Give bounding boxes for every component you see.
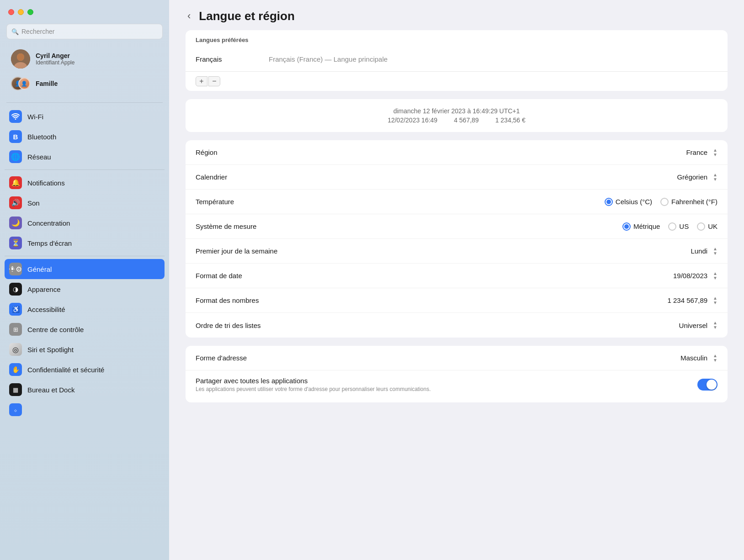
up-arrow: ▲ <box>713 148 717 153</box>
metrique-radio <box>622 222 631 231</box>
calendrier-row: Calendrier Grégorien ▲ ▼ <box>186 165 728 190</box>
sidebar-item-son[interactable]: 🔊 Son <box>5 193 165 213</box>
format-nombres-value: 1 234 567,89 <box>668 296 708 304</box>
reseau-icon: 🌐 <box>9 150 22 163</box>
metrique-option[interactable]: Métrique <box>622 222 660 231</box>
format-date-value: 19/08/2023 <box>673 272 707 280</box>
partager-desc: Les applications peuvent utiliser votre … <box>196 386 506 392</box>
bureau-icon: ▦ <box>9 383 22 396</box>
sidebar-item-wifi[interactable]: Wi-Fi <box>5 106 165 127</box>
format-date-value-group: 19/08/2023 ▲ ▼ <box>673 271 717 280</box>
back-button[interactable]: ‹ <box>186 8 192 24</box>
uk-option[interactable]: UK <box>697 222 717 231</box>
settings-section: Région France ▲ ▼ Calendrier Grégorien ▲… <box>186 140 728 338</box>
region-stepper[interactable]: ▲ ▼ <box>713 148 717 157</box>
close-button[interactable] <box>8 9 14 15</box>
ordre-tri-stepper[interactable]: ▲ ▼ <box>713 321 717 330</box>
down-arrow2: ▼ <box>713 177 717 182</box>
sidebar-item-bluetooth[interactable]: B Bluetooth <box>5 127 165 147</box>
sidebar-item-temps[interactable]: ⏳ Temps d'écran <box>5 233 165 253</box>
main-header: ‹ Langue et région <box>169 0 744 30</box>
centre-icon: ⊞ <box>9 323 22 336</box>
divider3 <box>5 256 165 256</box>
sidebar-item-apparence[interactable]: ◑ Apparence <box>5 279 165 299</box>
preview-number: 4 567,89 <box>454 116 479 124</box>
sidebar-item-centre[interactable]: ⊞ Centre de contrôle <box>5 319 165 339</box>
nav-list: Wi-Fi B Bluetooth 🌐 Réseau 🔔 Notificatio… <box>0 105 169 560</box>
langue-name: Français <box>196 55 269 63</box>
temps-icon: ⏳ <box>9 237 22 249</box>
langues-label: Langues préférées <box>186 30 728 47</box>
sidebar-item-concentration[interactable]: 🌙 Concentration <box>5 213 165 233</box>
us-radio <box>668 222 676 231</box>
famille-item[interactable]: 👤 👤 Famille <box>6 71 163 96</box>
general-icon: ⚙ <box>9 263 22 275</box>
sidebar-item-extra[interactable]: ⬦ <box>5 400 165 420</box>
temperature-radio-group: Celsius (°C) Fahrenheit (°F) <box>605 198 717 206</box>
reseau-label: Réseau <box>27 153 51 161</box>
premier-jour-value: Lundi <box>691 247 707 255</box>
divider2 <box>5 169 165 170</box>
add-language-button[interactable]: + <box>196 76 207 86</box>
ordre-tri-label: Ordre de tri des listes <box>196 322 679 329</box>
sidebar-item-reseau[interactable]: 🌐 Réseau <box>5 147 165 167</box>
uk-radio <box>697 222 705 231</box>
fahrenheit-radio <box>660 198 669 206</box>
sidebar-item-notifications[interactable]: 🔔 Notifications <box>5 173 165 193</box>
region-value-group: France ▲ ▼ <box>686 148 717 157</box>
format-date-stepper[interactable]: ▲ ▼ <box>713 271 717 280</box>
fahrenheit-label: Fahrenheit (°F) <box>671 198 717 206</box>
remove-language-button[interactable]: − <box>208 76 220 86</box>
us-label: US <box>679 222 689 230</box>
celsius-label: Celsius (°C) <box>616 198 652 206</box>
fahrenheit-option[interactable]: Fahrenheit (°F) <box>660 198 717 206</box>
sidebar-item-siri[interactable]: ◎ Siri et Spotlight <box>5 339 165 359</box>
sidebar: 🔍 Cyril Anger Identifiant Apple 👤 <box>0 0 169 560</box>
apparence-icon: ◑ <box>9 283 22 296</box>
forme-adresse-row: Forme d'adresse Masculin ▲ ▼ <box>186 346 728 370</box>
siri-icon: ◎ <box>9 343 22 356</box>
apparence-label: Apparence <box>27 285 61 293</box>
langue-row: Français Français (France) — Langue prin… <box>186 47 728 72</box>
forme-adresse-stepper[interactable]: ▲ ▼ <box>713 354 717 363</box>
avatar <box>11 49 30 69</box>
concentration-label: Concentration <box>27 219 70 227</box>
temps-label: Temps d'écran <box>27 239 72 247</box>
centre-label: Centre de contrôle <box>27 326 84 333</box>
general-label: Général <box>27 265 52 273</box>
sidebar-item-general[interactable]: ⚙ Général <box>5 259 165 279</box>
format-nombres-row: Format des nombres 1 234 567,89 ▲ ▼ <box>186 288 728 313</box>
svg-point-3 <box>17 53 24 61</box>
ordre-tri-value-group: Universel ▲ ▼ <box>679 321 717 330</box>
minimize-button[interactable] <box>18 9 24 15</box>
sidebar-item-accessibilite[interactable]: ♿ Accessibilité <box>5 299 165 319</box>
sidebar-item-bureau[interactable]: ▦ Bureau et Dock <box>5 380 165 400</box>
famille-label: Famille <box>36 80 58 87</box>
format-date-label: Format de date <box>196 272 673 280</box>
calendrier-stepper[interactable]: ▲ ▼ <box>713 173 717 182</box>
sidebar-item-confidentialite[interactable]: ✋ Confidentialité et sécurité <box>5 359 165 380</box>
user-section: Cyril Anger Identifiant Apple 👤 👤 Famill… <box>0 44 169 100</box>
partager-toggle[interactable] <box>697 379 717 391</box>
format-nombres-stepper[interactable]: ▲ ▼ <box>713 296 717 305</box>
langue-desc: Français (France) — Langue principale <box>269 55 388 63</box>
celsius-option[interactable]: Celsius (°C) <box>605 198 652 206</box>
search-input[interactable] <box>21 28 158 35</box>
mesure-options: Métrique US UK <box>622 222 717 231</box>
premier-jour-stepper[interactable]: ▲ ▼ <box>713 247 717 256</box>
user-subtitle: Identifiant Apple <box>36 59 74 66</box>
region-row: Région France ▲ ▼ <box>186 140 728 165</box>
user-info: Cyril Anger Identifiant Apple <box>36 52 74 66</box>
notifications-icon: 🔔 <box>9 176 22 189</box>
ordre-tri-row: Ordre de tri des listes Universel ▲ ▼ <box>186 313 728 338</box>
preview-currency: 1 234,56 € <box>495 116 526 124</box>
fullscreen-button[interactable] <box>27 9 33 15</box>
partager-toggle-container <box>697 379 717 391</box>
preview-section: dimanche 12 février 2023 à 16:49:29 UTC+… <box>186 99 728 132</box>
preview-date: dimanche 12 février 2023 à 16:49:29 UTC+… <box>196 107 717 115</box>
us-option[interactable]: US <box>668 222 689 231</box>
calendrier-value-group: Grégorien ▲ ▼ <box>677 173 717 182</box>
user-profile-item[interactable]: Cyril Anger Identifiant Apple <box>6 47 163 71</box>
format-nombres-label: Format des nombres <box>196 296 668 304</box>
premier-jour-label: Premier jour de la semaine <box>196 247 691 255</box>
